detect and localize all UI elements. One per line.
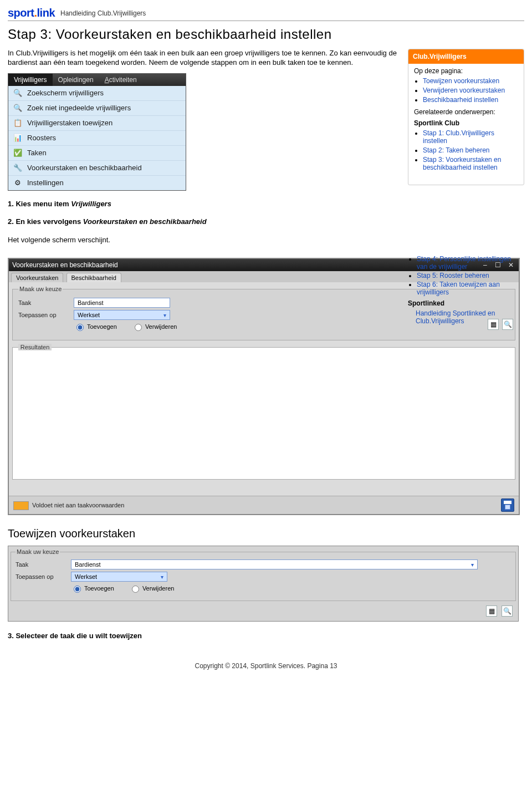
infobox-op: Op deze pagina: bbox=[414, 67, 518, 75]
search-icon[interactable]: 🔍 bbox=[502, 605, 513, 617]
menu-item-label: Roosters bbox=[27, 134, 56, 142]
menu-screenshot: Vrijwilligers Opleidingen Activiteiten 🔍… bbox=[8, 73, 186, 191]
infobox-handleiding-link[interactable]: Handleiding Sportlinked en Club.Vrijwill… bbox=[416, 309, 495, 325]
radio-verwijderen[interactable]: Verwijderen bbox=[132, 322, 183, 331]
infobox-step-link[interactable]: Stap 5: Rooster beheren bbox=[417, 272, 489, 279]
menu-item-label: Taken bbox=[27, 149, 47, 157]
step-after: Het volgende scherm verschijnt. bbox=[8, 235, 401, 246]
intro-paragraph: In Club.Vrijwilligers is het mogelijk om… bbox=[8, 49, 401, 68]
page-title: Stap 3: Voorkeurstaken en beschikbaarhei… bbox=[8, 27, 524, 42]
menu-item-label: Zoekscherm vrijwilligers bbox=[27, 89, 104, 97]
logo: sport.link bbox=[8, 7, 55, 19]
chart-icon: 📊 bbox=[13, 133, 23, 143]
menu-item[interactable]: ⚙Instellingen bbox=[8, 176, 186, 190]
label-toepassen: Toepassen op bbox=[18, 312, 74, 318]
step-3: 3. Selecteer de taak die u wilt toewijze… bbox=[8, 632, 142, 640]
gear-icon: ⚙ bbox=[13, 178, 23, 188]
step-1-prefix: 1. Kies menu item bbox=[8, 200, 71, 208]
select-taak[interactable]: Bardienst bbox=[74, 298, 170, 308]
page-footer: Copyright © 2014, Sportlink Services. Pa… bbox=[8, 662, 524, 670]
fieldset-resultaten: Resultaten bbox=[12, 344, 515, 480]
infobox: Club.Vrijwilligers Op deze pagina: Toewi… bbox=[408, 49, 524, 185]
logo-text-2: link bbox=[37, 7, 55, 19]
status-swatch bbox=[13, 501, 29, 510]
infobox-step-link[interactable]: Stap 6: Taken toewijzen aan vrijwilliger… bbox=[417, 281, 500, 296]
label-taak: Taak bbox=[18, 299, 74, 306]
chevron-down-icon: ▾ bbox=[161, 574, 163, 580]
header-subtitle: Handleiding Club.Vrijwilligers bbox=[60, 9, 146, 17]
infobox-step-link[interactable]: Stap 4: Persoonlijke instellingen van de… bbox=[417, 255, 511, 271]
step-2-italic: Voorkeurstaken en beschikbaarheid bbox=[83, 217, 207, 226]
label-toepassen: Toepassen op bbox=[16, 573, 71, 580]
fieldset-legend: Maak uw keuze bbox=[18, 286, 63, 292]
chevron-down-icon: ▾ bbox=[471, 562, 474, 568]
fieldset-legend: Maak uw keuze bbox=[16, 548, 60, 555]
infobox-section: Sportlink Club bbox=[414, 119, 518, 127]
check-icon: ✅ bbox=[13, 148, 23, 158]
infobox-step-link[interactable]: Stap 3: Voorkeurstaken en beschikbaarhei… bbox=[423, 156, 501, 171]
page-header: sport.link Handleiding Club.Vrijwilliger… bbox=[8, 7, 524, 21]
grid-icon[interactable]: ▦ bbox=[486, 605, 497, 617]
select-toepassen[interactable]: Werkset▾ bbox=[71, 572, 167, 582]
dialog-title: Voorkeurstaken en beschikbaarheid bbox=[12, 261, 118, 269]
menu-item[interactable]: 📊Roosters bbox=[8, 131, 186, 146]
infobox-step-link[interactable]: Stap 1: Club.Vrijwilligers instellen bbox=[423, 129, 494, 145]
menu-tab-activiteiten[interactable]: Activiteiten bbox=[99, 74, 142, 86]
menu-item[interactable]: 🔍Zoek niet ingedeelde vrijwilligers bbox=[8, 101, 186, 116]
infobox-step-link[interactable]: Stap 2: Taken beheren bbox=[423, 146, 490, 154]
step-1-italic: Vrijwilligers bbox=[71, 200, 111, 208]
menu-tab-opleidingen[interactable]: Opleidingen bbox=[53, 74, 99, 86]
search-icon: 🔍 bbox=[13, 88, 23, 98]
menu-tab-vrijwilligers[interactable]: Vrijwilligers bbox=[8, 74, 53, 86]
status-text: Voldoet niet aan taakvoorwaarden bbox=[32, 502, 124, 508]
clipboard-icon: 📋 bbox=[13, 118, 23, 128]
smallform: Maak uw keuze Taak Bardienst▾ Toepassen … bbox=[8, 546, 519, 622]
menu-item-label: Instellingen bbox=[27, 179, 64, 187]
select-taak[interactable]: Bardienst▾ bbox=[71, 559, 478, 569]
infobox-link[interactable]: Beschikbaarheid instellen bbox=[423, 96, 498, 104]
menu-item[interactable]: 🔍Zoekscherm vrijwilligers bbox=[8, 86, 186, 101]
step-2-prefix: 2. En kies vervolgens bbox=[8, 217, 83, 226]
infobox-related: Gerelateerde onderwerpen: bbox=[414, 108, 518, 116]
infobox-overflow: Stap 4: Persoonlijke instellingen van de… bbox=[408, 255, 519, 325]
radio-toevoegen[interactable]: Toevoegen bbox=[74, 322, 124, 331]
section-heading: Toewijzen voorkeurstaken bbox=[8, 527, 524, 540]
radio-toevoegen[interactable]: Toevoegen bbox=[71, 584, 121, 593]
menu-item-label: Voorkeurstaken en beschikbaarheid bbox=[27, 164, 142, 172]
chevron-down-icon: ▾ bbox=[163, 312, 166, 318]
logo-text-1: sport bbox=[8, 7, 34, 19]
infobox-link[interactable]: Verwijderen voorkeurstaken bbox=[423, 86, 505, 94]
menu-item[interactable]: ✅Taken bbox=[8, 146, 186, 161]
infobox-section: Sportlinked bbox=[408, 299, 519, 307]
fieldset-legend: Resultaten bbox=[18, 344, 52, 350]
menu-item-label: Zoek niet ingedeelde vrijwilligers bbox=[27, 104, 131, 112]
status-left: Voldoet niet aan taakvoorwaarden bbox=[13, 501, 124, 510]
label-taak: Taak bbox=[16, 561, 71, 568]
search-x-icon: 🔍 bbox=[13, 103, 23, 113]
wrench-icon: 🔧 bbox=[13, 163, 23, 173]
instruction-steps: 1. Kies menu item Vrijwilligers 2. En ki… bbox=[8, 199, 401, 246]
tab-beschikbaarheid[interactable]: Beschikbaarheid bbox=[66, 273, 121, 282]
infobox-link[interactable]: Toewijzen voorkeurstaken bbox=[423, 77, 499, 85]
infobox-header: Club.Vrijwilligers bbox=[408, 49, 524, 64]
menu-item-label: Vrijwilligerstaken toewijzen bbox=[27, 119, 112, 127]
menu-item[interactable]: 📋Vrijwilligerstaken toewijzen bbox=[8, 116, 186, 131]
select-toepassen[interactable]: Werkset▾ bbox=[74, 310, 170, 320]
save-icon[interactable] bbox=[501, 498, 514, 512]
radio-verwijderen[interactable]: Verwijderen bbox=[129, 584, 181, 593]
tab-voorkeurstaken[interactable]: Voorkeurstaken bbox=[11, 273, 63, 282]
menu-item[interactable]: 🔧Voorkeurstaken en beschikbaarheid bbox=[8, 161, 186, 176]
